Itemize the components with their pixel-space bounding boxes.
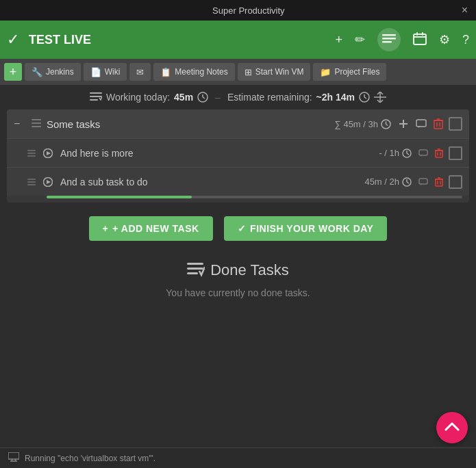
svg-rect-33 — [27, 153, 36, 154]
notes-icon[interactable] — [377, 28, 401, 51]
app-title: Super Productivity — [36, 5, 462, 16]
svg-rect-55 — [436, 179, 442, 186]
svg-rect-41 — [436, 151, 442, 157]
add-task-icon[interactable]: + — [335, 33, 342, 47]
task-done-checkbox[interactable] — [449, 117, 462, 131]
task-area: − Some tasks ∑ 45m / 3h — [7, 109, 469, 203]
drag-handle[interactable] — [32, 118, 41, 130]
bookmark-wiki[interactable]: 📄 Wiki — [84, 63, 127, 81]
svg-rect-62 — [187, 272, 198, 274]
status-bar: Running "echo 'virtualbox start vm'". — [0, 447, 476, 468]
svg-rect-19 — [32, 122, 41, 124]
svg-line-53 — [407, 182, 409, 183]
subtask-name: And here is more — [60, 148, 373, 159]
subtask-play-button[interactable] — [41, 175, 55, 189]
add-bookmark-button[interactable]: + — [4, 63, 22, 81]
svg-marker-36 — [47, 151, 51, 155]
check-icon: ✓ — [7, 31, 19, 49]
subtask-drag-handle[interactable] — [27, 177, 36, 187]
subtask-comment-button[interactable] — [417, 148, 429, 159]
svg-line-23 — [386, 124, 388, 125]
settings-icon[interactable]: ⚙ — [439, 32, 450, 47]
header-icons: + ✏ ⚙ ? — [335, 28, 469, 51]
subtask-drag-handle[interactable] — [27, 148, 36, 159]
subtask-row: And here is more - / 1h — [7, 138, 469, 167]
svg-rect-40 — [419, 150, 427, 155]
project-name: TEST LIVE — [29, 33, 328, 47]
stats-list-icon — [90, 92, 102, 102]
task-comment-button[interactable] — [414, 118, 428, 130]
bookmark-project-files[interactable]: 📁 Project Files — [313, 63, 386, 81]
subtask-comment-button[interactable] — [417, 177, 429, 187]
task-group-header: − Some tasks ∑ 45m / 3h — [7, 109, 469, 138]
meeting-notes-icon: 📋 — [160, 67, 171, 77]
svg-marker-50 — [47, 180, 51, 184]
subtask-time: 45m / 2h — [364, 177, 412, 187]
done-section: Done Tasks You have currently no done ta… — [0, 255, 476, 312]
svg-rect-61 — [187, 268, 203, 270]
task-group-actions — [397, 117, 462, 131]
svg-rect-54 — [419, 179, 427, 184]
bookmark-start-win-vm[interactable]: ⊞ Start Win VM — [238, 63, 311, 81]
svg-rect-60 — [187, 263, 203, 265]
subtask-actions — [417, 175, 462, 189]
svg-rect-4 — [416, 32, 418, 36]
svg-rect-26 — [416, 120, 426, 127]
add-task-icon: + — [103, 223, 109, 234]
header-bar: ✓ TEST LIVE + ✏ ⚙ ? — [0, 21, 476, 59]
add-task-button[interactable]: + + ADD NEW TASK — [89, 216, 213, 241]
help-icon[interactable]: ? — [462, 33, 469, 47]
svg-line-39 — [407, 153, 409, 155]
split-icon[interactable] — [374, 92, 386, 103]
svg-rect-18 — [32, 119, 41, 120]
subtask-name: And a sub task to do — [60, 177, 359, 187]
subtask-done-checkbox[interactable] — [449, 146, 462, 160]
collapse-button[interactable]: − — [14, 118, 26, 130]
calendar-icon[interactable] — [413, 31, 427, 49]
stats-bar: Working today: 45m – Estimate remaining:… — [0, 85, 476, 109]
subtask-timer-icon — [402, 177, 412, 187]
add-subtask-button[interactable] — [397, 117, 410, 131]
subtask-row: And a sub task to do 45m / 2h — [7, 167, 469, 196]
svg-rect-8 — [90, 96, 102, 97]
subtask-actions — [417, 146, 462, 160]
subtask-done-checkbox[interactable] — [449, 175, 462, 189]
subtask-delete-button[interactable] — [434, 176, 444, 188]
done-title: Done Tasks — [0, 261, 476, 279]
finish-day-button[interactable]: ✓ FINISH YOUR WORK DAY — [224, 216, 388, 241]
folder-icon: 📁 — [320, 67, 331, 77]
status-message: Running "echo 'virtualbox start vm'". — [25, 454, 155, 463]
bookmark-email[interactable]: ✉ — [129, 63, 151, 81]
edit-icon[interactable]: ✏ — [355, 32, 365, 47]
fab-up-icon — [444, 420, 460, 435]
estimate-time: ~2h 14m — [316, 92, 355, 103]
status-screen-icon — [8, 452, 19, 464]
subtask-play-button[interactable] — [41, 146, 55, 160]
bookmark-meeting-notes[interactable]: 📋 Meeting Notes — [153, 63, 234, 81]
svg-rect-32 — [27, 150, 36, 151]
action-buttons: + + ADD NEW TASK ✓ FINISH YOUR WORK DAY — [0, 203, 476, 255]
svg-rect-63 — [8, 452, 19, 459]
task-delete-button[interactable] — [432, 117, 444, 131]
timer-icon-2 — [359, 92, 370, 103]
close-button[interactable]: × — [462, 4, 468, 16]
working-time: 45m — [174, 92, 193, 103]
subtask-delete-button[interactable] — [434, 147, 444, 159]
done-empty-message: You have currently no done tasks. — [0, 287, 476, 298]
svg-rect-0 — [382, 34, 396, 36]
subtask-time: - / 1h — [379, 148, 412, 158]
fab-button[interactable] — [436, 412, 468, 443]
svg-rect-9 — [90, 99, 98, 101]
done-icon — [187, 263, 205, 278]
finish-check-icon: ✓ — [238, 223, 247, 234]
svg-rect-7 — [90, 92, 102, 94]
bookmark-jenkins[interactable]: 🔧 Jenkins — [25, 63, 81, 81]
working-today-label: Working today: — [106, 92, 170, 103]
bookmarks-bar: + 🔧 Jenkins 📄 Wiki ✉ 📋 Meeting Notes ⊞ S… — [0, 59, 476, 85]
svg-line-12 — [203, 97, 205, 99]
svg-rect-1 — [382, 38, 396, 40]
windows-icon: ⊞ — [245, 67, 252, 77]
jenkins-icon: 🔧 — [32, 67, 42, 77]
svg-rect-2 — [382, 41, 392, 43]
task-group-name: Some tasks — [47, 118, 329, 130]
